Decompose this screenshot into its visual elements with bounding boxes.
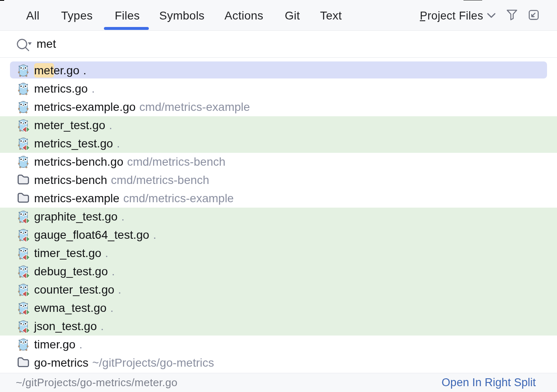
tab-types[interactable]: Types (61, 0, 93, 29)
result-file-name: metrics-bench.go (34, 155, 123, 169)
result-file-name: meter.go (34, 64, 79, 77)
result-file-name: metrics-example (34, 192, 119, 205)
go-test-file-icon (17, 119, 30, 132)
go-test-file-icon (17, 283, 30, 296)
result-file-location: . (117, 137, 120, 150)
result-row[interactable]: timer.go. (0, 336, 557, 354)
result-row-content: meter_test.go. (0, 116, 557, 135)
result-row-content: counter_test.go. (0, 281, 557, 299)
result-file-name: gauge_float64_test.go (34, 228, 149, 242)
scope-chooser[interactable]: Project Files (420, 0, 483, 29)
result-row-content: metrics.go. (0, 80, 557, 98)
go-test-file-icon (17, 137, 30, 150)
tab-git[interactable]: Git (285, 0, 300, 29)
tab-actions[interactable]: Actions (224, 0, 264, 29)
scope-label: Project Files (420, 10, 483, 22)
result-row[interactable]: meter.go. (0, 61, 557, 80)
result-row-content: timer_test.go. (0, 244, 557, 262)
tab-text[interactable]: Text (320, 0, 342, 29)
result-row-content: timer.go. (0, 336, 557, 354)
result-file-name: metrics-example.go (34, 100, 136, 114)
result-row-content: json_test.go. (0, 317, 557, 336)
result-file-name: meter_test.go (34, 119, 105, 132)
result-row[interactable]: metrics-examplecmd/metrics-example (0, 189, 557, 208)
go-test-file-icon (17, 320, 30, 333)
result-row[interactable]: timer_test.go. (0, 244, 557, 262)
result-file-location: . (101, 320, 104, 333)
go-test-file-icon (17, 265, 30, 278)
go-file-icon (17, 338, 30, 351)
tab-files[interactable]: Files (115, 0, 140, 29)
result-file-location: cmd/metrics-bench (127, 155, 226, 169)
tab-bar: All Types Files Symbols Actions Git Text… (0, 0, 557, 31)
result-file-name: timer_test.go (34, 247, 101, 260)
result-file-location: cmd/metrics-example (123, 192, 234, 205)
match-highlight: met (34, 63, 54, 78)
search-query-text: met (37, 31, 56, 56)
result-file-name: metrics_test.go (34, 137, 113, 150)
result-file-name: metrics-bench (34, 174, 107, 187)
go-file-icon (17, 82, 30, 96)
result-file-location: . (153, 228, 156, 242)
result-file-location: . (109, 119, 112, 132)
results-list: meter.go. metrics.go. (0, 58, 557, 373)
filter-icon[interactable] (506, 9, 518, 21)
folder-icon (17, 192, 30, 205)
result-row-content: metrics-examplecmd/metrics-example (0, 189, 557, 208)
result-row[interactable]: go-metrics~/gitProjects/go-metrics (0, 354, 557, 372)
result-file-name: debug_test.go (34, 265, 108, 278)
result-row[interactable]: gauge_float64_test.go. (0, 226, 557, 244)
result-file-name: counter_test.go (34, 283, 114, 296)
result-row-content: ewma_test.go. (0, 299, 557, 317)
result-row-content: graphite_test.go. (0, 208, 557, 226)
result-file-name: metrics.go (34, 82, 88, 96)
result-row[interactable]: ewma_test.go. (0, 299, 557, 317)
result-row[interactable]: metrics.go. (0, 80, 557, 98)
result-row[interactable]: metrics-example.gocmd/metrics-example (0, 98, 557, 116)
result-file-name: timer.go (34, 338, 76, 351)
tab-all[interactable]: All (26, 0, 39, 29)
result-row[interactable]: counter_test.go. (0, 281, 557, 299)
go-test-file-icon (17, 301, 30, 315)
result-file-location: . (79, 338, 83, 351)
result-file-location: . (121, 210, 125, 223)
result-row[interactable]: json_test.go. (0, 317, 557, 336)
result-row-content: debug_test.go. (0, 262, 557, 281)
folder-icon (17, 174, 30, 187)
chevron-down-icon[interactable] (487, 12, 496, 19)
go-test-file-icon (17, 228, 30, 242)
go-file-icon (17, 100, 30, 114)
result-row[interactable]: debug_test.go. (0, 262, 557, 281)
go-test-file-icon (17, 247, 30, 260)
result-file-location: . (110, 301, 113, 315)
folder-icon (17, 356, 30, 370)
result-row[interactable]: metrics_test.go. (0, 135, 557, 153)
result-row-content: metrics_test.go. (0, 135, 557, 153)
result-file-location: . (105, 247, 108, 260)
search-with-history-icon[interactable] (17, 38, 33, 52)
open-in-right-split-link[interactable]: Open In Right Split (441, 373, 536, 392)
scope-label-mnemonic: P (420, 10, 427, 22)
go-file-icon (17, 155, 30, 169)
result-row-content: metrics-benchcmd/metrics-bench (0, 171, 557, 189)
result-row-content: go-metrics~/gitProjects/go-metrics (0, 354, 557, 372)
screen-artifact-top (463, 0, 482, 0)
go-test-file-icon (17, 210, 30, 223)
open-in-tool-window-icon[interactable] (529, 10, 539, 20)
result-file-location: ~/gitProjects/go-metrics (92, 356, 214, 370)
result-row[interactable]: metrics-bench.gocmd/metrics-bench (0, 153, 557, 171)
search-field[interactable]: met (0, 31, 557, 58)
result-file-location: cmd/metrics-bench (111, 174, 209, 187)
result-row[interactable]: metrics-benchcmd/metrics-bench (0, 171, 557, 189)
result-row-content: gauge_float64_test.go. (0, 226, 557, 244)
result-row-content: metrics-example.gocmd/metrics-example (0, 98, 557, 116)
screen-artifact-topleft-white (0, 1, 4, 2)
result-file-location: . (118, 283, 121, 296)
result-file-name: graphite_test.go (34, 210, 118, 223)
tab-symbols[interactable]: Symbols (159, 0, 205, 29)
result-file-location: . (83, 64, 86, 77)
result-row[interactable]: graphite_test.go. (0, 208, 557, 226)
search-everywhere-popup: All Types Files Symbols Actions Git Text… (0, 0, 557, 392)
selected-tab-underline (104, 27, 149, 30)
result-row[interactable]: meter_test.go. (0, 116, 557, 135)
